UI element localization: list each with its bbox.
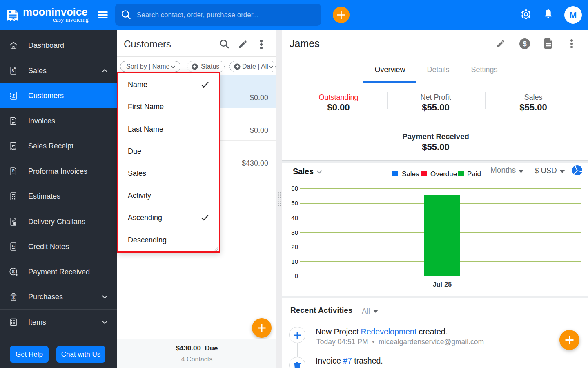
svg-text:P: P [12,168,15,172]
svg-text:$: $ [523,40,527,48]
svg-text:$: $ [12,269,14,274]
svg-text:C: C [12,243,15,248]
svg-text:$: $ [12,295,15,300]
svg-text:$: $ [12,68,14,73]
